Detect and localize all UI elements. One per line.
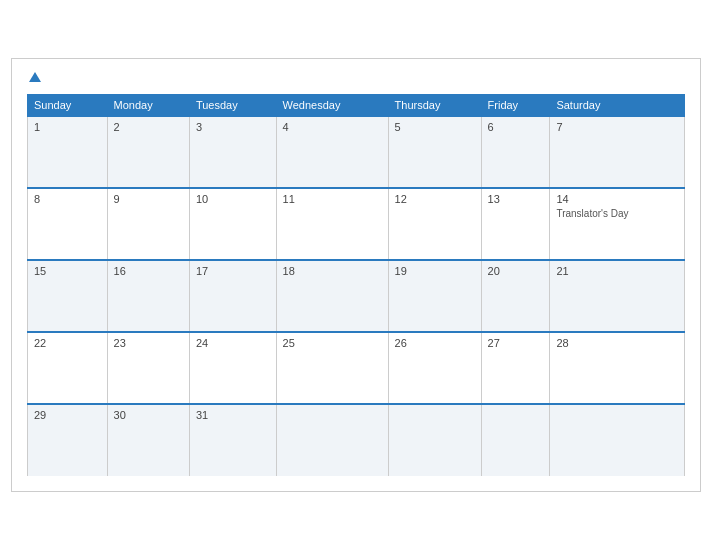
weekday-header-friday: Friday bbox=[481, 95, 550, 117]
day-cell bbox=[481, 404, 550, 476]
day-cell: 20 bbox=[481, 260, 550, 332]
day-cell: 21 bbox=[550, 260, 685, 332]
day-cell: 9 bbox=[107, 188, 189, 260]
calendar-header bbox=[27, 69, 685, 87]
logo-triangle-icon bbox=[29, 72, 41, 82]
day-number: 16 bbox=[114, 265, 126, 277]
day-number: 22 bbox=[34, 337, 46, 349]
day-number: 31 bbox=[196, 409, 208, 421]
day-number: 10 bbox=[196, 193, 208, 205]
day-number: 28 bbox=[556, 337, 568, 349]
weekday-header-thursday: Thursday bbox=[388, 95, 481, 117]
day-cell: 13 bbox=[481, 188, 550, 260]
day-cell: 6 bbox=[481, 116, 550, 188]
day-cell bbox=[276, 404, 388, 476]
day-cell: 1 bbox=[28, 116, 108, 188]
day-number: 18 bbox=[283, 265, 295, 277]
day-cell: 12 bbox=[388, 188, 481, 260]
day-cell: 31 bbox=[189, 404, 276, 476]
day-number: 21 bbox=[556, 265, 568, 277]
day-number: 8 bbox=[34, 193, 40, 205]
day-number: 14 bbox=[556, 193, 568, 205]
day-cell: 27 bbox=[481, 332, 550, 404]
day-number: 11 bbox=[283, 193, 295, 205]
day-number: 17 bbox=[196, 265, 208, 277]
day-cell: 28 bbox=[550, 332, 685, 404]
week-row-3: 15161718192021 bbox=[28, 260, 685, 332]
week-row-4: 22232425262728 bbox=[28, 332, 685, 404]
weekday-header-saturday: Saturday bbox=[550, 95, 685, 117]
day-cell: 15 bbox=[28, 260, 108, 332]
week-row-5: 293031 bbox=[28, 404, 685, 476]
day-number: 19 bbox=[395, 265, 407, 277]
day-number: 4 bbox=[283, 121, 289, 133]
day-number: 13 bbox=[488, 193, 500, 205]
day-number: 25 bbox=[283, 337, 295, 349]
day-number: 23 bbox=[114, 337, 126, 349]
logo-text bbox=[27, 69, 41, 87]
day-cell: 10 bbox=[189, 188, 276, 260]
day-cell: 30 bbox=[107, 404, 189, 476]
day-cell: 25 bbox=[276, 332, 388, 404]
weekday-header-wednesday: Wednesday bbox=[276, 95, 388, 117]
day-number: 27 bbox=[488, 337, 500, 349]
weekday-header-row: SundayMondayTuesdayWednesdayThursdayFrid… bbox=[28, 95, 685, 117]
day-cell: 14Translator's Day bbox=[550, 188, 685, 260]
day-cell: 2 bbox=[107, 116, 189, 188]
day-cell: 3 bbox=[189, 116, 276, 188]
day-cell: 11 bbox=[276, 188, 388, 260]
day-cell: 17 bbox=[189, 260, 276, 332]
day-cell: 24 bbox=[189, 332, 276, 404]
day-number: 20 bbox=[488, 265, 500, 277]
day-cell: 26 bbox=[388, 332, 481, 404]
day-cell: 4 bbox=[276, 116, 388, 188]
day-number: 30 bbox=[114, 409, 126, 421]
day-number: 9 bbox=[114, 193, 120, 205]
day-number: 24 bbox=[196, 337, 208, 349]
day-cell: 22 bbox=[28, 332, 108, 404]
week-row-2: 891011121314Translator's Day bbox=[28, 188, 685, 260]
day-number: 5 bbox=[395, 121, 401, 133]
weekday-header-monday: Monday bbox=[107, 95, 189, 117]
calendar-table: SundayMondayTuesdayWednesdayThursdayFrid… bbox=[27, 94, 685, 476]
day-number: 12 bbox=[395, 193, 407, 205]
day-cell: 8 bbox=[28, 188, 108, 260]
day-cell: 7 bbox=[550, 116, 685, 188]
day-number: 2 bbox=[114, 121, 120, 133]
day-cell: 19 bbox=[388, 260, 481, 332]
day-cell bbox=[550, 404, 685, 476]
logo bbox=[27, 69, 41, 87]
day-number: 7 bbox=[556, 121, 562, 133]
day-number: 26 bbox=[395, 337, 407, 349]
day-number: 1 bbox=[34, 121, 40, 133]
day-number: 15 bbox=[34, 265, 46, 277]
day-cell: 16 bbox=[107, 260, 189, 332]
day-number: 29 bbox=[34, 409, 46, 421]
week-row-1: 1234567 bbox=[28, 116, 685, 188]
event-label: Translator's Day bbox=[556, 208, 678, 219]
day-cell bbox=[388, 404, 481, 476]
day-cell: 18 bbox=[276, 260, 388, 332]
day-cell: 23 bbox=[107, 332, 189, 404]
day-cell: 5 bbox=[388, 116, 481, 188]
calendar-container: SundayMondayTuesdayWednesdayThursdayFrid… bbox=[11, 58, 701, 493]
day-number: 3 bbox=[196, 121, 202, 133]
weekday-header-tuesday: Tuesday bbox=[189, 95, 276, 117]
day-number: 6 bbox=[488, 121, 494, 133]
weekday-header-sunday: Sunday bbox=[28, 95, 108, 117]
day-cell: 29 bbox=[28, 404, 108, 476]
